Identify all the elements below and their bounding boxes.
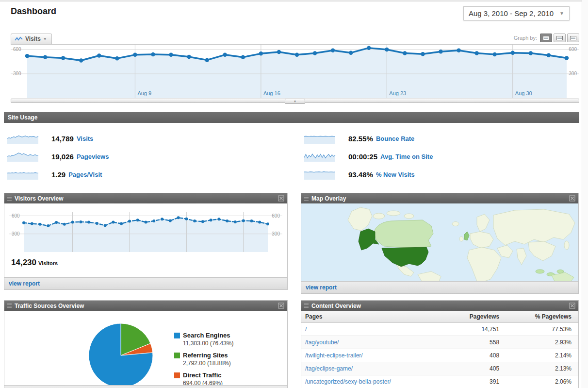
percent-pageviews-cell: 2.13% <box>506 362 578 375</box>
percent-pageviews-cell: 77.53% <box>506 323 578 336</box>
close-icon[interactable] <box>278 195 284 202</box>
traffic-pie-chart[interactable] <box>86 321 159 385</box>
sparkline-icon <box>15 36 23 42</box>
scrollbar-rail[interactable] <box>582 0 588 388</box>
sparkline-pageviews <box>7 152 39 162</box>
svg-text:Aug 9: Aug 9 <box>137 90 151 96</box>
svg-text:600: 600 <box>272 213 280 219</box>
visitors-panel-title: Visitors Overview <box>15 195 275 202</box>
page-link[interactable]: /tag/eclipse-game/ <box>305 365 353 372</box>
panel-row-2: Traffic Sources Overview Search Engines1… <box>4 300 579 388</box>
column-header-pages: Pages <box>301 311 444 323</box>
traffic-panel-header: Traffic Sources Overview <box>4 301 287 311</box>
sparkline-visits <box>7 134 39 144</box>
metric-value-new-visits: 93.48% <box>348 170 373 179</box>
map-country-canada[interactable] <box>374 220 433 248</box>
content-overview-panel: Content Overview PagesPageviews% Pagevie… <box>301 300 579 388</box>
table-header-row: PagesPageviews% Pageviews <box>301 311 578 323</box>
pageviews-cell: 14,751 <box>444 323 506 336</box>
table-row: /twilight-eclipse-trailer/4082.14% <box>301 349 578 362</box>
graph-by-month-icon <box>570 36 576 40</box>
metric-value-avg-time-on-site: 00:00:25 <box>348 152 377 161</box>
visitors-count: 14,230 <box>11 258 36 267</box>
legend-swatch-icon <box>174 372 180 378</box>
timeline-collapse-handle[interactable]: ▾ <box>285 99 305 104</box>
metric-label-link-bounce-rate[interactable]: Bounce Rate <box>376 135 414 142</box>
svg-text:600: 600 <box>12 213 20 219</box>
visitors-overview-panel: Visitors Overview 600600300300 14,230Vis… <box>4 193 288 290</box>
date-dropdown-caret-icon[interactable]: ▼ <box>559 11 564 16</box>
metric-new-visits: 93.48%% New Visits <box>301 166 579 184</box>
traffic-sources-panel: Traffic Sources Overview Search Engines1… <box>4 300 288 388</box>
pageviews-cell: 391 <box>444 375 506 388</box>
timeline-scrollbar[interactable]: ▾ <box>11 99 579 103</box>
page-link[interactable]: /twilight-eclipse-trailer/ <box>305 352 363 359</box>
graph-by-label: Graph by: <box>514 35 537 41</box>
visitors-view-report-link[interactable]: view report <box>9 280 40 287</box>
drag-handle-icon[interactable] <box>304 196 309 201</box>
visitors-panel-footer: view report <box>4 277 287 289</box>
percent-pageviews-cell: 2.93% <box>506 336 578 349</box>
table-row: /uncategorized/sexy-bella-poster/3912.06… <box>301 375 578 388</box>
metric-label-link-new-visits[interactable]: % New Visits <box>376 171 415 178</box>
visits-timeline-chart[interactable]: 600600300300Aug 9Aug 16Aug 23Aug 30 <box>11 44 579 98</box>
metric-label-link-pages-visit[interactable]: Pages/Visit <box>68 171 102 178</box>
table-row: /tag/youtube/5582.93% <box>301 336 578 349</box>
page-link[interactable]: /tag/youtube/ <box>305 339 339 346</box>
drag-handle-icon[interactable] <box>304 303 309 308</box>
map-panel-title: Map Overlay <box>311 195 566 202</box>
legend-label: Referring Sites <box>183 352 231 359</box>
metric-dropdown-caret-icon: ▼ <box>43 37 47 41</box>
content-overview-table: PagesPageviews% Pageviews /14,75177.53%/… <box>301 311 578 388</box>
metric-label-link-pageviews[interactable]: Pageviews <box>77 153 109 160</box>
metric-selector-tab[interactable]: Visits ▼ <box>11 34 52 44</box>
legend-value: 2,792.00 (18.88%) <box>183 360 231 367</box>
svg-text:300: 300 <box>13 71 21 76</box>
svg-text:Aug 16: Aug 16 <box>263 90 280 96</box>
svg-text:600: 600 <box>569 47 577 52</box>
traffic-pie-svg <box>86 321 159 385</box>
legend-swatch-icon <box>174 333 180 338</box>
graph-by-week-icon <box>556 36 563 40</box>
close-icon[interactable] <box>569 195 575 202</box>
svg-text:300: 300 <box>272 231 280 236</box>
content-panel-header: Content Overview <box>301 301 578 311</box>
drag-handle-icon[interactable] <box>7 196 12 201</box>
svg-text:600: 600 <box>13 47 21 52</box>
close-icon[interactable] <box>569 303 575 309</box>
graph-by-week-button[interactable] <box>554 34 566 42</box>
metric-label-link-avg-time-on-site[interactable]: Avg. Time on Site <box>380 153 433 160</box>
content-panel-title: Content Overview <box>311 303 566 309</box>
svg-text:300: 300 <box>569 71 577 76</box>
metric-pageviews: 19,026Pageviews <box>4 148 301 166</box>
svg-text:300: 300 <box>12 231 20 236</box>
close-icon[interactable] <box>278 303 284 309</box>
visitors-panel-header: Visitors Overview <box>4 193 287 203</box>
sparkline-new-visits <box>304 169 336 180</box>
legend-value: 11,303.00 (76.43%) <box>183 340 234 347</box>
graph-by-month-button[interactable] <box>567 34 579 42</box>
page-link[interactable]: /uncategorized/sexy-bella-poster/ <box>305 378 391 385</box>
drag-handle-icon[interactable] <box>7 303 12 308</box>
date-range-text: Aug 3, 2010 - Sep 2, 2010 <box>469 9 554 17</box>
metric-tab-label: Visits <box>25 35 41 42</box>
traffic-panel-body: Search Engines11,303.00 (76.43%)Referrin… <box>4 311 287 385</box>
world-map[interactable] <box>301 203 578 281</box>
visitors-chart[interactable]: 600600300300 <box>9 212 282 252</box>
map-view-report-link[interactable]: view report <box>306 284 337 291</box>
graph-by-day-button[interactable] <box>540 34 552 42</box>
table-row: /tag/eclipse-game/4052.13% <box>301 362 578 375</box>
site-usage-header: Site Usage <box>4 112 579 123</box>
metric-label-link-visits[interactable]: Visits <box>77 135 93 142</box>
svg-text:Aug 30: Aug 30 <box>515 90 532 96</box>
metric-value-pageviews: 19,026 <box>51 152 74 161</box>
date-range-selector[interactable]: Aug 3, 2010 - Sep 2, 2010 ▼ <box>463 6 570 20</box>
legend-swatch-icon <box>174 353 180 358</box>
panel-row-1: Visitors Overview 600600300300 14,230Vis… <box>4 193 579 294</box>
map-panel-body <box>301 203 578 281</box>
legend-value: 694.00 (4.69%) <box>183 380 223 385</box>
legend-label: Search Engines <box>183 332 234 339</box>
pageviews-cell: 405 <box>444 362 506 375</box>
page-link[interactable]: / <box>305 326 307 333</box>
map-panel-footer: view report <box>301 281 578 293</box>
